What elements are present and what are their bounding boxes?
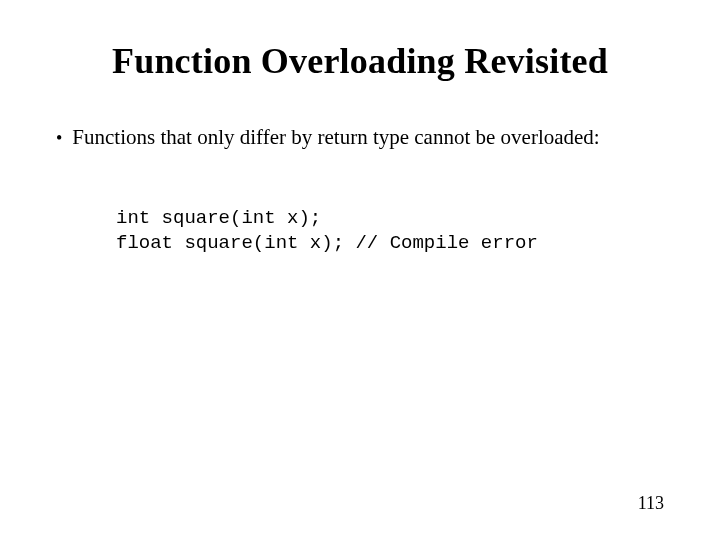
- code-line-1: int square(int x);: [116, 207, 321, 229]
- code-block: int square(int x); float square(int x); …: [116, 206, 664, 255]
- bullet-item: • Functions that only differ by return t…: [56, 124, 664, 150]
- slide-title: Function Overloading Revisited: [56, 40, 664, 82]
- page-number: 113: [638, 493, 664, 514]
- code-line-2: float square(int x); // Compile error: [116, 232, 538, 254]
- bullet-marker: •: [56, 127, 62, 150]
- bullet-text: Functions that only differ by return typ…: [72, 124, 664, 150]
- slide-container: Function Overloading Revisited • Functio…: [0, 0, 720, 540]
